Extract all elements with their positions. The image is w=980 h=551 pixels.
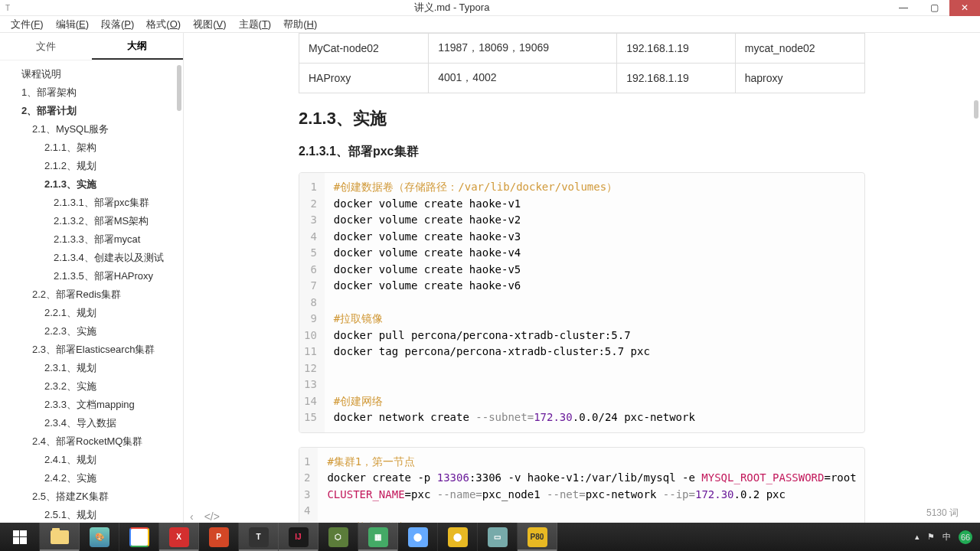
tray-flag-icon[interactable]: ⚑	[927, 532, 935, 542]
outline-item[interactable]: 2.1.3.5、部署HAProxy	[0, 267, 183, 285]
outline-item[interactable]: 2.1.3.1、部署pxc集群	[0, 194, 183, 212]
outline-item[interactable]: 2.2.3、实施	[0, 322, 183, 341]
tab-files[interactable]: 文件	[0, 33, 92, 60]
outline-item[interactable]: 2.1.3.4、创建表以及测试	[0, 249, 183, 267]
task-app5[interactable]: ▭	[478, 523, 518, 551]
outline-item[interactable]: 2.5.1、规划	[0, 506, 183, 523]
menu-format[interactable]: 格式(O)	[140, 16, 187, 33]
heading-h3: 2.1.3.1、部署pxc集群	[299, 144, 865, 160]
editor-content[interactable]: MyCat-node02 11987，18069，19069 192.168.1…	[184, 33, 980, 523]
tray-up-icon[interactable]: ▴	[915, 532, 920, 542]
maximize-button[interactable]: ▢	[919, 0, 949, 16]
close-button[interactable]: ✕	[949, 0, 980, 16]
task-app6[interactable]: P80	[518, 523, 557, 551]
task-app2[interactable]: ▦	[358, 523, 398, 551]
tab-outline[interactable]: 大纲	[92, 33, 184, 60]
menubar: 文件(F) 编辑(E) 段落(P) 格式(O) 视图(V) 主题(T) 帮助(H…	[0, 16, 980, 33]
heading-h2: 2.1.3、实施	[299, 107, 865, 130]
outline-item[interactable]: 2.1、MySQL服务	[0, 120, 183, 139]
bottom-toolbar: ‹ </>	[190, 510, 220, 523]
menu-edit[interactable]: 编辑(E)	[50, 16, 95, 33]
task-intellij[interactable]: IJ	[279, 523, 318, 551]
outline-item[interactable]: 2.3、部署Elasticsearch集群	[0, 341, 183, 359]
outline-item[interactable]: 2.5、搭建ZK集群	[0, 487, 183, 506]
outline-item[interactable]: 2.4.2、实施	[0, 469, 183, 487]
start-button[interactable]	[0, 523, 40, 551]
outline-list[interactable]: 课程说明1、部署架构2、部署计划2.1、MySQL服务2.1.1、架构2.1.2…	[0, 60, 183, 523]
code-block-1[interactable]: 123456789101112131415 #创建数据卷（存储路径：/var/l…	[299, 172, 865, 433]
outline-item[interactable]: 2.2、部署Redis集群	[0, 285, 183, 304]
word-count: 5130 词	[926, 507, 959, 520]
window-title: 讲义.md - Typora	[15, 1, 888, 15]
task-paint[interactable]: 🎨	[80, 523, 119, 551]
sidebar: 文件 大纲 课程说明1、部署架构2、部署计划2.1、MySQL服务2.1.1、架…	[0, 33, 184, 523]
app-icon: T	[0, 4, 15, 12]
task-typora[interactable]: T	[239, 523, 279, 551]
outline-item[interactable]: 2.3.3、文档mapping	[0, 396, 183, 414]
table-row: MyCat-node02 11987，18069，19069 192.168.1…	[299, 34, 865, 64]
system-tray[interactable]: ▴ ⚑ 中 66	[915, 530, 980, 544]
task-explorer[interactable]	[40, 523, 80, 551]
code-icon[interactable]: </>	[204, 510, 220, 523]
titlebar: T 讲义.md - Typora — ▢ ✕	[0, 0, 980, 16]
outline-item[interactable]: 2.3.1、规划	[0, 359, 183, 377]
menu-theme[interactable]: 主题(T)	[233, 16, 278, 33]
tray-lang[interactable]: 中	[942, 531, 951, 543]
taskbar: 🎨 X P T IJ ⬡ ▦ ⬤ ⬤ ▭ P80 ▴ ⚑ 中 66	[0, 523, 980, 551]
outline-item[interactable]: 2.1.3、实施	[0, 175, 183, 194]
outline-item[interactable]: 2.1.1、架构	[0, 139, 183, 157]
tray-num[interactable]: 66	[959, 530, 972, 544]
outline-item[interactable]: 2.4、部署RocketMQ集群	[0, 432, 183, 451]
menu-file[interactable]: 文件(F)	[5, 16, 50, 33]
plan-table: MyCat-node02 11987，18069，19069 192.168.1…	[299, 33, 865, 93]
outline-item[interactable]: 课程说明	[0, 65, 183, 83]
outline-item[interactable]: 2.2.1、规划	[0, 304, 183, 322]
scrollbar-thumb[interactable]	[177, 65, 181, 111]
outline-item[interactable]: 1、部署架构	[0, 83, 183, 102]
task-ppt[interactable]: P	[199, 523, 239, 551]
menu-view[interactable]: 视图(V)	[187, 16, 232, 33]
task-app4[interactable]: ⬤	[438, 523, 478, 551]
task-app1[interactable]: ⬡	[318, 523, 358, 551]
outline-item[interactable]: 2.1.3.3、部署mycat	[0, 230, 183, 249]
outline-item[interactable]: 2.1.3.2、部署MS架构	[0, 212, 183, 230]
outline-item[interactable]: 2.3.2、实施	[0, 377, 183, 396]
task-app3[interactable]: ⬤	[398, 523, 438, 551]
outline-item[interactable]: 2.4.1、规划	[0, 451, 183, 469]
code-block-2[interactable]: 123456 #集群1，第一节点docker create -p 13306:3…	[299, 447, 865, 523]
table-row: HAProxy 4001，4002 192.168.1.19 haproxy	[299, 64, 865, 93]
outline-item[interactable]: 2、部署计划	[0, 102, 183, 120]
menu-help[interactable]: 帮助(H)	[277, 16, 323, 33]
minimize-button[interactable]: —	[888, 0, 919, 16]
outline-item[interactable]: 2.1.2、规划	[0, 157, 183, 175]
menu-paragraph[interactable]: 段落(P)	[95, 16, 140, 33]
outline-item[interactable]: 2.3.4、导入数据	[0, 414, 183, 432]
task-chrome[interactable]	[119, 523, 159, 551]
scrollbar-thumb[interactable]	[974, 100, 978, 119]
back-icon[interactable]: ‹	[190, 510, 194, 523]
task-xshell[interactable]: X	[159, 523, 199, 551]
